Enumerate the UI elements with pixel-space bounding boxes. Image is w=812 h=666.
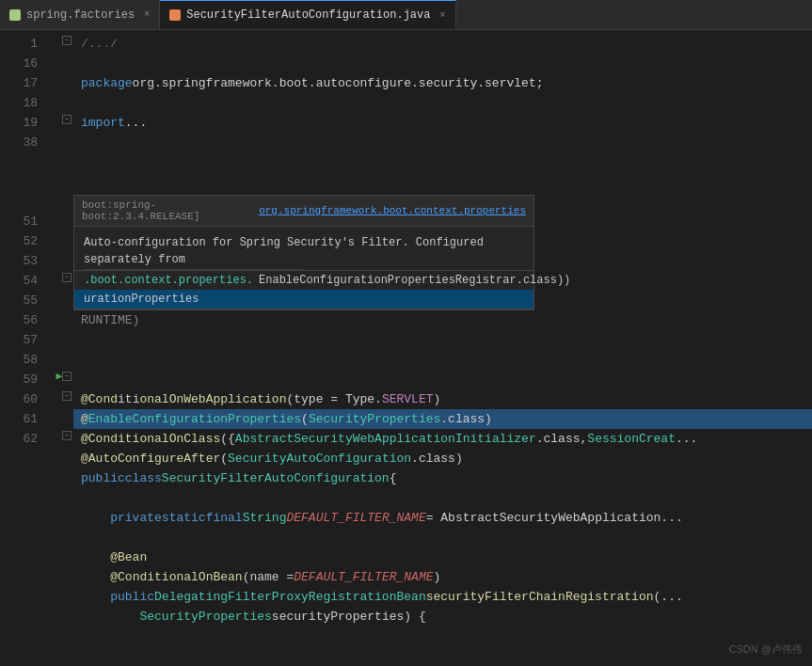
indent-59 <box>81 547 110 567</box>
classname-55: SecurityFilterAutoConfiguration <box>162 468 390 488</box>
brace-55: { <box>390 468 397 488</box>
annotation-59: @Bean <box>110 547 147 567</box>
enable-52: EnableConfigurationProperties <box>88 409 301 429</box>
ellipsis-53: ... <box>676 429 697 449</box>
gutter-61 <box>47 405 73 425</box>
spring-factories-icon <box>9 9 21 21</box>
gutter-60[interactable]: - <box>47 386 73 405</box>
package-name: org.springframework.boot.autoconfigure.s… <box>133 73 544 93</box>
gutter-38 <box>47 129 73 149</box>
tab-security-filter-label: SecurityFilterAutoConfiguration.java <box>186 8 430 22</box>
line-num-53: 53 <box>0 251 38 271</box>
on-51: onalOnWebApplication <box>139 389 286 409</box>
dot-53: .class, <box>536 429 588 449</box>
line-num-59: 59 <box>0 370 38 389</box>
gutter-52 <box>47 228 73 247</box>
dot-class-52: .class) <box>440 409 492 429</box>
tooltip-header: boot:spring-boot:2.3.4.RELEASE] org.spri… <box>74 196 533 227</box>
annotation-54: @ <box>81 449 88 468</box>
run-icon-59[interactable]: ▶ <box>56 370 62 382</box>
kw-package: package <box>81 73 133 93</box>
annotation-60: @ <box>110 567 118 587</box>
annotation-53: @ <box>81 429 88 449</box>
gutter-51 <box>47 208 73 228</box>
gutter-17 <box>47 70 73 89</box>
tab-spring-factories-close[interactable]: × <box>144 9 150 20</box>
gutter-54[interactable]: - <box>47 267 73 287</box>
type-string-57: String <box>243 508 287 528</box>
indent-62 <box>81 607 139 626</box>
gutter: - - - ▶ - - - <box>47 30 73 666</box>
kw-final-57: final <box>206 508 243 528</box>
tab-security-filter[interactable]: SecurityFilterAutoConfiguration.java × <box>160 0 455 29</box>
filter-name-60: DEFAULT_FILTER_NAME <box>294 567 433 587</box>
eq-57: = AbstractSecurityWebApplication <box>426 508 661 528</box>
watermark: CSDN @卢伟伟 <box>729 642 803 657</box>
code-line-58 <box>73 528 812 547</box>
coc-53: ConditionalOnClass <box>88 429 220 449</box>
paren-52: ( <box>301 409 309 429</box>
indent-57 <box>81 508 110 528</box>
line-num-blank3 <box>0 192 38 212</box>
autocomplete-prefix-1: .boot.context.properties. <box>84 274 253 287</box>
gutter-62[interactable]: - <box>47 425 73 445</box>
kw-static-57: static <box>162 508 206 528</box>
code-line-1: /.../ <box>73 34 812 54</box>
gutter-1[interactable]: - <box>47 30 73 50</box>
tab-spring-factories[interactable]: spring.factories × <box>0 0 160 29</box>
code-line-56 <box>73 488 812 508</box>
plain-51a: iti <box>118 389 139 409</box>
code-line-runtime: RUNTIME) <box>73 310 812 330</box>
kw-public-55: public <box>81 468 125 488</box>
gutter-58 <box>47 346 73 366</box>
indent-61 <box>81 587 110 607</box>
type-53a: AbstractSecurityWebApplicationInitialize… <box>235 429 536 449</box>
gutter-b2 <box>47 168 73 188</box>
gutter-19[interactable]: - <box>47 109 73 129</box>
tooltip-body-text1: Auto-configuration for Spring Security's… <box>84 236 484 266</box>
type-54: SecurityAutoConfiguration <box>228 449 411 468</box>
autocomplete-text-2: urationProperties <box>84 293 199 306</box>
tooltip-header-link[interactable]: org.springframework.boot.context.propert… <box>259 205 526 216</box>
code-line-59: @Bean <box>73 547 812 567</box>
kw-public-61: public <box>110 587 154 607</box>
code-line-54: @AutoConfigureAfter(SecurityAutoConfigur… <box>73 449 812 468</box>
return-type-61: DelegatingFilterProxyRegistrationBean <box>154 587 426 607</box>
line-num-1: 1 <box>0 34 38 54</box>
runtime-text: RUNTIME) <box>81 310 139 330</box>
close-60: ) <box>434 567 441 587</box>
code-line-53: @ConditionalOnClass({ AbstractSecurityWe… <box>73 429 812 449</box>
security-filter-icon <box>169 9 181 21</box>
line-num-55: 55 <box>0 291 38 310</box>
dotclass-54: .class) <box>411 449 463 468</box>
gutter-57 <box>47 326 73 346</box>
gutter-b1 <box>47 149 73 168</box>
code-line-60: @ConditionalOnBean(name = DEFAULT_FILTER… <box>73 567 812 587</box>
autocomplete-item-2[interactable]: urationProperties <box>74 290 533 309</box>
paren-51: (type = Type. <box>286 389 381 409</box>
method-name-61: securityFilterChainRegistration <box>426 587 654 607</box>
autocomplete-box[interactable]: .boot.context.properties.EnableConfigura… <box>73 270 534 309</box>
brace-53: ({ <box>220 429 235 449</box>
gutter-55 <box>47 287 73 307</box>
type-53b: SessionCreat <box>587 429 676 449</box>
line-num-blank1 <box>0 152 38 172</box>
line-num-19: 19 <box>0 113 38 133</box>
line-num-17: 17 <box>0 73 38 93</box>
close-51: ) <box>434 389 441 409</box>
code-line-16 <box>73 54 812 73</box>
tab-security-filter-close[interactable]: × <box>439 10 445 21</box>
autocomplete-suffix-1: EnableConfigurationPropertiesRegistrar.c… <box>259 274 570 287</box>
gutter-56 <box>47 307 73 326</box>
autocomplete-item-1[interactable]: .boot.context.properties.EnableConfigura… <box>74 271 533 290</box>
line-num-16: 16 <box>0 54 38 73</box>
gutter-b3 <box>47 188 73 208</box>
type-62: SecurityProperties <box>139 607 271 626</box>
tab-spring-factories-label: spring.factories <box>26 8 135 22</box>
gutter-53 <box>47 247 73 267</box>
import-dots: ... <box>125 113 147 133</box>
code-line-62: SecurityProperties securityProperties) { <box>73 607 812 626</box>
aca-54: AutoConfigureAfter <box>88 449 220 468</box>
code-area[interactable]: /.../ package org.springframework.boot.a… <box>73 30 812 666</box>
gutter-59[interactable]: ▶ - <box>47 366 73 386</box>
